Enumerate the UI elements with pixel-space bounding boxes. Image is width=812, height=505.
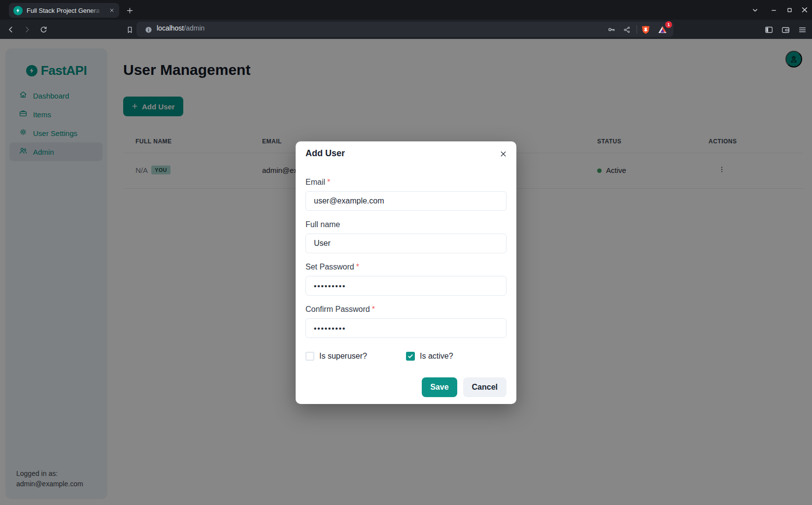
- toolbar-divider: [637, 25, 637, 34]
- password-key-icon[interactable]: [605, 23, 618, 36]
- email-label: Email*: [305, 176, 507, 188]
- browser-toolbar: localhost/admin 1: [0, 20, 812, 39]
- email-field[interactable]: [305, 191, 507, 211]
- menu-hamburger-icon[interactable]: [796, 23, 809, 36]
- required-asterisk: *: [356, 263, 359, 271]
- brave-shield-icon[interactable]: [639, 23, 652, 36]
- window-minimize-icon[interactable]: [768, 4, 779, 16]
- modal-close-icon[interactable]: [496, 146, 510, 161]
- is-superuser-checkbox[interactable]: Is superuser?: [305, 352, 406, 361]
- email-field-group: Email*: [305, 176, 507, 211]
- confirm-password-label: Confirm Password*: [305, 303, 507, 315]
- bookmark-icon[interactable]: [123, 23, 136, 36]
- tab-title: Full Stack Project Genera: [27, 7, 100, 14]
- url-bar[interactable]: [136, 22, 674, 37]
- fastapi-favicon-icon: [13, 6, 23, 15]
- confirm-password-field[interactable]: [305, 318, 507, 338]
- required-asterisk: *: [372, 305, 375, 313]
- tab-close-icon[interactable]: [107, 6, 116, 15]
- url-text: localhost/admin: [157, 24, 204, 32]
- window-close-icon[interactable]: [799, 4, 811, 16]
- tab-strip: Full Stack Project Genera: [0, 0, 812, 20]
- wallet-icon[interactable]: [779, 23, 792, 36]
- full-name-label: Full name: [305, 219, 507, 231]
- set-password-field-group: Set Password*: [305, 261, 507, 296]
- forward-icon[interactable]: [21, 23, 34, 36]
- set-password-label: Set Password*: [305, 261, 507, 273]
- cancel-button[interactable]: Cancel: [463, 377, 507, 397]
- modal-footer: Save Cancel: [305, 377, 507, 397]
- add-user-modal: Add User Email* Full name Set Password* …: [296, 141, 516, 404]
- tab-title-fade: [91, 4, 104, 17]
- reload-icon[interactable]: [37, 23, 50, 36]
- checkbox-checked-icon: [406, 352, 415, 361]
- new-tab-button[interactable]: [124, 4, 135, 16]
- browser-tab[interactable]: Full Stack Project Genera: [9, 3, 119, 18]
- sidebar-toggle-icon[interactable]: [762, 23, 775, 36]
- url-path: /admin: [184, 24, 204, 32]
- checkbox-unchecked-icon: [305, 352, 314, 361]
- full-name-field-group: Full name: [305, 219, 507, 253]
- required-asterisk: *: [327, 178, 330, 186]
- share-icon[interactable]: [620, 23, 633, 36]
- back-icon[interactable]: [4, 23, 17, 36]
- checkbox-row: Is superuser? Is active?: [305, 352, 507, 361]
- save-button[interactable]: Save: [422, 377, 457, 397]
- rewards-notification-badge: 1: [665, 21, 672, 28]
- browser-window: Full Stack Project Genera: [0, 0, 812, 505]
- set-password-field[interactable]: [305, 276, 507, 296]
- is-active-checkbox[interactable]: Is active?: [406, 352, 507, 361]
- site-info-icon[interactable]: [142, 23, 155, 36]
- url-host: localhost: [157, 24, 184, 32]
- full-name-field[interactable]: [305, 234, 507, 253]
- window-maximize-icon[interactable]: [783, 4, 795, 16]
- confirm-password-field-group: Confirm Password*: [305, 303, 507, 338]
- tab-search-chevron-icon[interactable]: [749, 4, 761, 16]
- modal-title: Add User: [305, 147, 507, 159]
